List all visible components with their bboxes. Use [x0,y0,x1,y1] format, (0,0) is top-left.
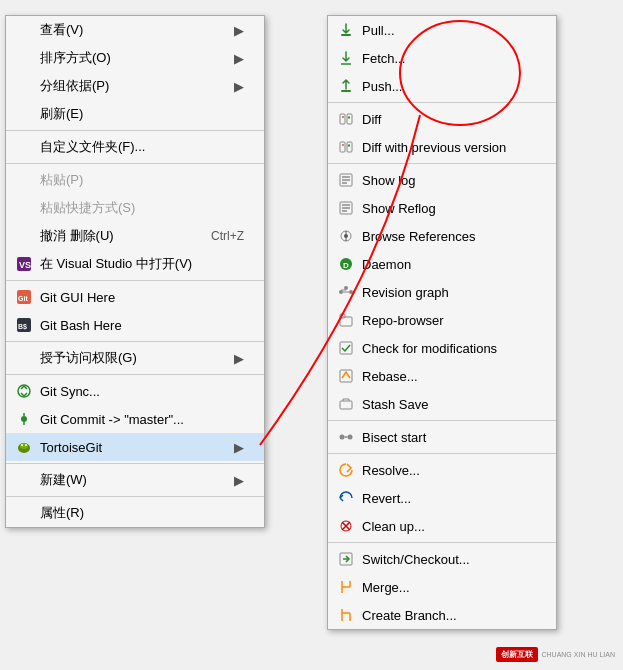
svg-text:D: D [343,261,349,270]
menu-item-groupby[interactable]: 分组依据(P) ▶ [6,72,264,100]
menu-label-fetch: Fetch... [362,51,536,66]
menu-item-merge[interactable]: Merge... [328,573,556,601]
menu-item-cleanup[interactable]: Clean up... [328,512,556,540]
browserefs-icon [336,226,356,246]
refresh-icon [14,104,34,124]
menu-item-diffprev[interactable]: Diff with previous version [328,133,556,161]
arrow-icon-view: ▶ [234,23,244,38]
svg-rect-14 [341,34,351,36]
menu-item-gitcommit[interactable]: Git Commit -> "master"... [6,405,264,433]
menu-label-daemon: Daemon [362,257,536,272]
menu-item-switchcheckout[interactable]: Switch/Checkout... [328,545,556,573]
menu-item-showreflog[interactable]: Show Reflog [328,194,556,222]
arrow-icon-tortoisegit: ▶ [234,440,244,455]
visualstudio-icon: VS [14,254,34,274]
right-sep5 [328,542,556,543]
menu-label-cleanup: Clean up... [362,519,536,534]
menu-item-showlog[interactable]: Show log [328,166,556,194]
menu-label-bisectstart: Bisect start [362,430,536,445]
menu-label-push: Push... [362,79,536,94]
svg-rect-16 [341,90,351,92]
menu-item-diff[interactable]: Diff [328,105,556,133]
svg-point-13 [25,444,27,446]
arrow-icon-groupby: ▶ [234,79,244,94]
menu-item-checkmod[interactable]: Check for modifications [328,334,556,362]
sep4 [6,341,264,342]
menu-item-revgraph[interactable]: Revision graph [328,278,556,306]
svg-text:Git: Git [18,295,28,302]
svg-text:VS: VS [19,260,31,270]
right-sep2 [328,163,556,164]
menu-label-showreflog: Show Reflog [362,201,536,216]
pull-icon [336,20,356,40]
menu-item-customfolder[interactable]: 自定义文件夹(F)... [6,133,264,161]
diffprev-icon [336,137,356,157]
svg-point-51 [340,435,345,440]
new-icon [14,470,34,490]
sep3 [6,280,264,281]
menu-item-view[interactable]: 查看(V) ▶ [6,16,264,44]
menu-item-properties[interactable]: 属性(R) [6,499,264,527]
menu-item-sortby[interactable]: 排序方式(O) ▶ [6,44,264,72]
daemon-icon: D [336,254,356,274]
menu-item-gitgui[interactable]: Git Git GUI Here [6,283,264,311]
menu-item-push[interactable]: Push... [328,72,556,100]
menu-label-grantaccess: 授予访问权限(G) [40,349,224,367]
menu-label-merge: Merge... [362,580,536,595]
menu-item-gitbash[interactable]: B$ Git Bash Here [6,311,264,339]
menu-item-refresh[interactable]: 刷新(E) [6,100,264,128]
menu-label-switchcheckout: Switch/Checkout... [362,552,536,567]
arrow-icon-grantaccess: ▶ [234,351,244,366]
menu-item-new[interactable]: 新建(W) ▶ [6,466,264,494]
menu-label-new: 新建(W) [40,471,224,489]
svg-rect-17 [340,114,345,124]
gitsync-icon [14,381,34,401]
menu-item-stashsave[interactable]: Stash Save [328,390,556,418]
menu-item-repobrowser[interactable]: Repo-browser [328,306,556,334]
menu-item-tortoisegit[interactable]: TortoiseGit ▶ [6,433,264,461]
groupby-icon [14,76,34,96]
svg-point-7 [21,416,27,422]
menu-item-gitsync[interactable]: Git Sync... [6,377,264,405]
menu-item-browserefs[interactable]: Browse References [328,222,556,250]
menu-item-rebase[interactable]: Rebase... [328,362,556,390]
menu-label-checkmod: Check for modifications [362,341,536,356]
menu-label-paste: 粘贴(P) [40,171,244,189]
menu-label-diffprev: Diff with previous version [362,140,536,155]
cleanup-icon [336,516,356,536]
menu-item-grantaccess[interactable]: 授予访问权限(G) ▶ [6,344,264,372]
revgraph-icon [336,282,356,302]
customfolder-icon [14,137,34,157]
menu-label-groupby: 分组依据(P) [40,77,224,95]
svg-text:B$: B$ [18,323,27,331]
menu-item-revert[interactable]: Revert... [328,484,556,512]
menu-label-stashsave: Stash Save [362,397,536,412]
menu-item-bisectstart[interactable]: Bisect start [328,423,556,451]
push-icon [336,76,356,96]
checkmod-icon [336,338,356,358]
sep6 [6,463,264,464]
menu-item-openvisualstudio[interactable]: VS 在 Visual Studio 中打开(V) [6,250,264,278]
menu-item-paste[interactable]: 粘贴(P) [6,166,264,194]
menu-label-repobrowser: Repo-browser [362,313,536,328]
revert-icon [336,488,356,508]
undodelete-icon [14,226,34,246]
menu-item-pull[interactable]: Pull... [328,16,556,44]
gitcommit-icon [14,409,34,429]
svg-point-41 [339,290,343,294]
menu-item-resolve[interactable]: Resolve... [328,456,556,484]
menu-item-undodelete[interactable]: 撤消 删除(U) Ctrl+Z [6,222,264,250]
svg-point-52 [348,435,353,440]
svg-point-11 [20,443,28,449]
menu-item-createbranch[interactable]: Create Branch... [328,601,556,629]
menu-label-properties: 属性(R) [40,504,244,522]
svg-rect-50 [340,401,352,409]
menu-label-undodelete: 撤消 删除(U) [40,227,181,245]
right-submenu: Pull... Fetch... Push... Diff Diff with … [327,15,557,630]
menu-item-fetch[interactable]: Fetch... [328,44,556,72]
menu-item-pasteshortcut[interactable]: 粘贴快捷方式(S) [6,194,264,222]
menu-item-daemon[interactable]: D Daemon [328,250,556,278]
menu-label-createbranch: Create Branch... [362,608,536,623]
switchcheckout-icon [336,549,356,569]
sep5 [6,374,264,375]
